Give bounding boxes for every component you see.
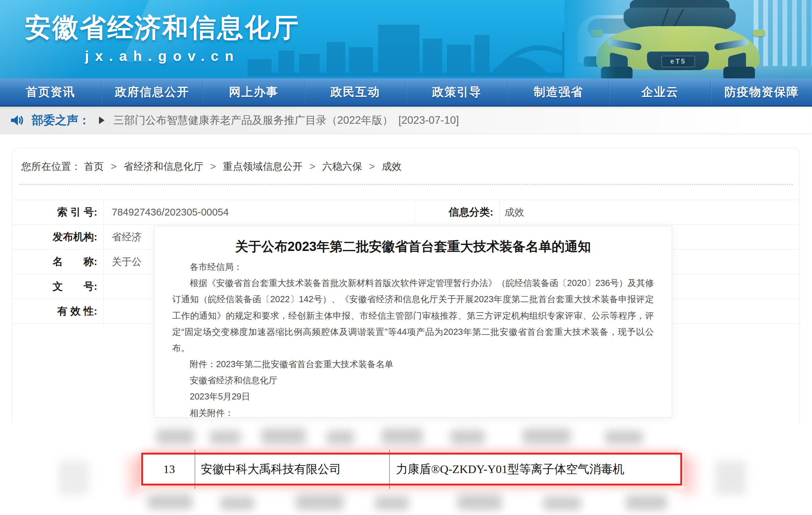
blurred-text-row [148, 494, 193, 509]
nav-item-manufacturing[interactable]: 制造强省 [508, 78, 610, 106]
notice-issuer: 安徽省经济和信息化厅 [172, 372, 654, 388]
blurred-text-row [450, 430, 485, 444]
blurred-text-row [210, 430, 241, 444]
ticker-news-link[interactable]: 三部门公布智慧健康养老产品及服务推广目录（2022年版） [113, 113, 393, 128]
nav-item-gov-info[interactable]: 政府信息公开 [101, 78, 203, 106]
speaker-icon [10, 114, 24, 127]
notice-paragraph: 根据《安徽省首台套重大技术装备首批次新材料首版次软件评定管理暂行办法》（皖经信装… [172, 275, 654, 356]
breadcrumb: 您所在位置： 首页 > 省经济和信息化厅 > 重点领域信息公开 > 六稳六保 >… [21, 160, 791, 174]
blurred-text-row [327, 430, 354, 444]
breadcrumb-separator: > [369, 161, 375, 172]
blurred-text-row [156, 429, 194, 444]
notice-document: 关于公布2023年第二批安徽省首台套重大技术装备名单的通知 各市经信局： 根据《… [154, 226, 672, 418]
blurred-column [715, 461, 746, 495]
breadcrumb-prefix: 您所在位置： [21, 161, 81, 172]
photo-fade [564, 0, 616, 78]
meta-label-category: 信息分类: [415, 205, 500, 219]
nav-item-epidemic-supplies[interactable]: 防疫物资保障 [711, 78, 812, 106]
table-divider [103, 200, 104, 325]
notice-date: 2023年5月29日 [172, 388, 654, 405]
meta-label-index: 索 引 号: [12, 205, 103, 219]
blurred-text-row [523, 428, 571, 444]
blurred-text-row [375, 496, 409, 510]
next-arrow-icon[interactable] [99, 117, 105, 124]
meta-label-doc-number: 文 号: [12, 280, 103, 294]
product-cell: 力康盾®Q-ZKDY-Y01型等离子体空气消毒机 [390, 461, 680, 477]
breadcrumb-separator: > [309, 161, 315, 172]
breadcrumb-separator: > [210, 161, 216, 172]
nav-item-enterprise-cloud[interactable]: 企业云 [609, 78, 711, 106]
notice-body: 各市经信局： 根据《安徽省首台套重大技术装备首批次新材料首版次软件评定管理暂行办… [172, 259, 654, 418]
blurred-text-row [382, 428, 423, 444]
related-attachments-label: 相关附件： [172, 405, 654, 418]
meta-label-name: 名 称: [12, 255, 103, 269]
blurred-text-row [605, 430, 643, 444]
red-highlight-box: 13 安徽中科大禹科技有限公司 力康盾®Q-ZKDY-Y01型等离子体空气消毒机 [141, 453, 682, 485]
breadcrumb-link-key-info[interactable]: 重点领域信息公开 [223, 161, 303, 172]
nav-item-online-services[interactable]: 网上办事 [203, 78, 305, 106]
meta-value-category: 成效 [500, 206, 800, 219]
notice-title: 关于公布2023年第二批安徽省首台套重大技术装备名单的通知 [168, 238, 658, 255]
meta-label-agency: 发布机构: [12, 230, 103, 244]
dotted-divider [19, 184, 793, 185]
nav-item-public-interaction[interactable]: 政民互动 [305, 78, 406, 106]
notice-attachment-line: 附件：2023年第二批安徽省首台套重大技术装备名单 [172, 356, 654, 372]
breadcrumb-link-liuwen[interactable]: 六稳六保 [322, 161, 362, 172]
blurred-text-row [457, 494, 502, 510]
site-title: 安徽省经济和信息化厅 [11, 10, 314, 46]
breadcrumb-link-results[interactable]: 成效 [382, 161, 402, 172]
breadcrumb-link-department[interactable]: 省经济和信息化厅 [123, 161, 203, 172]
notice-salutation: 各市经信局： [172, 259, 654, 275]
blurred-text-row [626, 495, 667, 510]
ticker-news-date: [2023-07-10] [398, 114, 459, 127]
table-row: 索 引 号: 784927436/202305-00054 信息分类: 成效 [12, 200, 800, 225]
blurred-text-row [220, 496, 254, 510]
blurred-text-row [261, 428, 306, 444]
blurred-text-row [543, 496, 581, 510]
main-nav: 首页资讯 政府信息公开 网上办事 政民互动 政策引导 制造强省 企业云 防疫物资… [0, 78, 812, 107]
factory-photo: eT5 [564, 0, 812, 78]
nav-item-home-news[interactable]: 首页资讯 [0, 78, 101, 106]
row-index-cell: 13 [143, 463, 195, 476]
site-banner: eT5 安徽省经济和信息化厅 jx.ah.gov.cn [0, 0, 812, 78]
company-cell: 安徽中科大禹科技有限公司 [195, 461, 390, 477]
breadcrumb-separator: > [111, 161, 117, 172]
news-ticker: 部委之声： 三部门公布智慧健康养老产品及服务推广目录（2022年版） [2023… [0, 107, 812, 134]
blurred-text-row [296, 494, 344, 510]
blurred-column [58, 461, 89, 495]
breadcrumb-link-home[interactable]: 首页 [84, 161, 104, 172]
nav-item-policy-guidance[interactable]: 政策引导 [406, 78, 508, 106]
site-url: jx.ah.gov.cn [11, 48, 314, 64]
ticker-label: 部委之声： [32, 112, 90, 128]
excel-row-screenshot: 13 安徽中科大禹科技有限公司 力康盾®Q-ZKDY-Y01型等离子体空气消毒机 [140, 450, 684, 489]
meta-label-validity: 有 效 性: [12, 304, 103, 318]
meta-value-index: 784927436/202305-00054 [103, 207, 415, 218]
